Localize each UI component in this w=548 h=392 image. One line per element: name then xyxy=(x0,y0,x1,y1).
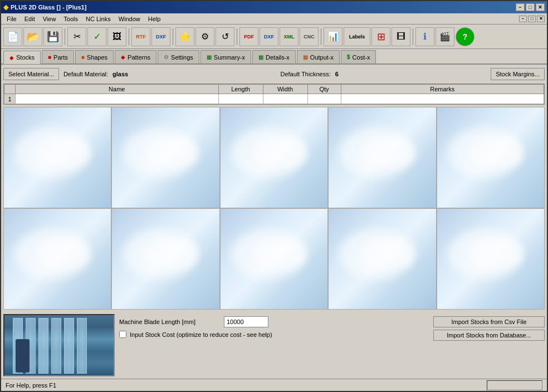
tab-output-x[interactable]: ▦ Output-x xyxy=(297,50,340,63)
stock-table-wrapper: Name Length Width Qty Remarks 1 xyxy=(3,84,545,105)
restore-button[interactable]: □ xyxy=(526,3,535,11)
titlebar-controls: − □ ✕ xyxy=(516,3,545,11)
cell-name-1[interactable] xyxy=(16,94,219,104)
refresh-icon: ↺ xyxy=(222,31,229,42)
sep2 xyxy=(129,28,129,45)
inner-minimize-button[interactable]: − xyxy=(519,16,527,22)
close-button[interactable]: ✕ xyxy=(536,3,545,11)
col-header-qty: Qty xyxy=(307,85,341,94)
sky-cell-8 xyxy=(220,208,328,310)
output-tab-icon: ▦ xyxy=(303,54,308,60)
sep6 xyxy=(413,28,413,45)
cell-remarks-1[interactable] xyxy=(341,94,544,104)
input-qty-1[interactable] xyxy=(310,96,339,102)
refresh-btn[interactable]: ↺ xyxy=(216,27,234,46)
stock-controls-bar: Select Material... Default Material: gla… xyxy=(3,67,545,81)
info-icon: ℹ xyxy=(423,31,427,42)
cost-tab-label: Cost-x xyxy=(353,54,370,61)
tab-summary-x[interactable]: ▦ Summary-x xyxy=(200,50,251,63)
default-material-value: glass xyxy=(112,71,128,77)
settings-btn[interactable]: ⚙ xyxy=(195,27,214,46)
dxf2-icon: DXF xyxy=(264,34,274,40)
import-csv-btn[interactable]: Import Stocks from Csv File xyxy=(433,316,545,327)
rtf-btn[interactable]: RTF xyxy=(131,27,150,46)
import-db-btn[interactable]: Import Stocks from Database... xyxy=(433,330,545,341)
input-stock-cost-row: Input Stock Cost (optimize to reduce cos… xyxy=(119,331,429,338)
input-length-1[interactable] xyxy=(221,96,261,102)
tab-shapes[interactable]: ■ Shapes xyxy=(75,50,114,63)
sky-cell-3 xyxy=(220,107,328,208)
camera-btn[interactable]: 🎬 xyxy=(436,27,454,46)
pdf-icon: PDF xyxy=(244,34,254,40)
summary-tab-label: Summary-x xyxy=(214,54,245,61)
row-num-1: 1 xyxy=(4,94,16,104)
labels-icon: Labels xyxy=(349,34,365,40)
chart-btn[interactable]: 📊 xyxy=(324,27,342,46)
menu-file[interactable]: File xyxy=(3,14,20,23)
bottom-panel: Machine Blade Length [mm] Input Stock Co… xyxy=(3,312,545,379)
menu-window[interactable]: Window xyxy=(115,14,144,23)
tab-cost-x[interactable]: $ Cost-x xyxy=(341,50,376,63)
check-btn[interactable]: ✓ xyxy=(87,27,106,46)
new-btn[interactable]: 📄 xyxy=(3,27,22,46)
inner-restore-button[interactable]: □ xyxy=(528,16,536,22)
sky-cell-6 xyxy=(3,208,111,310)
parts-tab-label: Parts xyxy=(53,54,68,61)
status-panel-1 xyxy=(487,380,542,390)
patterns-tab-label: Patterns xyxy=(128,54,150,61)
menu-help[interactable]: Help xyxy=(145,14,164,23)
roll-btn[interactable]: 🎞 xyxy=(392,27,410,46)
save-btn[interactable]: 💾 xyxy=(43,27,62,46)
export-cnc-btn[interactable]: CNC xyxy=(300,27,319,46)
cell-length-1[interactable] xyxy=(218,94,263,104)
dxf-btn[interactable]: DXF xyxy=(151,27,170,46)
menu-tools[interactable]: Tools xyxy=(60,14,81,23)
select-material-btn[interactable]: Select Material... xyxy=(3,68,59,80)
cell-qty-1[interactable] xyxy=(307,94,341,104)
sep4 xyxy=(237,28,237,45)
stock-table: Name Length Width Qty Remarks 1 xyxy=(4,84,544,104)
tab-patterns[interactable]: ◆ Patterns xyxy=(115,50,156,63)
tab-stocks[interactable]: ◆ Stocks xyxy=(3,51,41,64)
export-pdf-btn[interactable]: PDF xyxy=(239,27,258,46)
cell-width-1[interactable] xyxy=(263,94,307,104)
export-dxf2-btn[interactable]: DXF xyxy=(260,27,278,46)
open-btn[interactable]: 📂 xyxy=(23,27,42,46)
sep1 xyxy=(65,28,65,45)
input-width-1[interactable] xyxy=(266,96,305,102)
sky-cell-2 xyxy=(111,107,219,208)
image-btn[interactable]: 🖼 xyxy=(107,27,126,46)
help-btn[interactable]: ? xyxy=(456,27,474,46)
input-stock-cost-checkbox[interactable] xyxy=(119,331,126,338)
input-name-1[interactable] xyxy=(18,96,216,102)
tab-settings[interactable]: ⚙ Settings xyxy=(158,50,199,63)
chart-icon: 📊 xyxy=(327,31,339,42)
tab-details-x[interactable]: ▦ Details-x xyxy=(252,50,296,63)
machine-blade-row: Machine Blade Length [mm] xyxy=(119,316,429,327)
bottom-settings: Machine Blade Length [mm] Input Stock Co… xyxy=(119,314,429,338)
main-content: Select Material... Default Material: gla… xyxy=(1,65,547,381)
inner-close-button[interactable]: ✕ xyxy=(537,16,545,22)
cnc-icon: CNC xyxy=(304,34,315,40)
titlebar-title: ◆ PLUS 2D Glass [] - [Plus1] xyxy=(3,3,86,11)
star-btn[interactable]: ⭐ xyxy=(175,27,194,46)
stock-margins-btn[interactable]: Stock Margins... xyxy=(491,68,545,80)
info-btn[interactable]: ℹ xyxy=(415,27,434,46)
grid-btn[interactable]: ⊞ xyxy=(371,27,390,46)
labels-btn[interactable]: Labels xyxy=(344,27,370,46)
input-remarks-1[interactable] xyxy=(344,96,542,102)
cost-tab-icon: $ xyxy=(347,54,350,60)
camera-icon: 🎬 xyxy=(439,31,451,42)
titlebar: ◆ PLUS 2D Glass [] - [Plus1] − □ ✕ xyxy=(1,1,547,13)
details-tab-label: Details-x xyxy=(266,54,290,61)
machine-blade-input[interactable] xyxy=(224,316,268,327)
cut-btn[interactable]: ✂ xyxy=(67,27,86,46)
minimize-button[interactable]: − xyxy=(516,3,525,11)
menu-view[interactable]: View xyxy=(40,14,60,23)
roll-icon: 🎞 xyxy=(397,32,405,42)
menu-edit[interactable]: Edit xyxy=(21,14,38,23)
menu-nclinks[interactable]: NC Links xyxy=(82,14,114,23)
export-xml-btn[interactable]: XML xyxy=(280,27,299,46)
tab-parts[interactable]: ■ Parts xyxy=(42,50,74,63)
col-header-length: Length xyxy=(218,85,263,94)
